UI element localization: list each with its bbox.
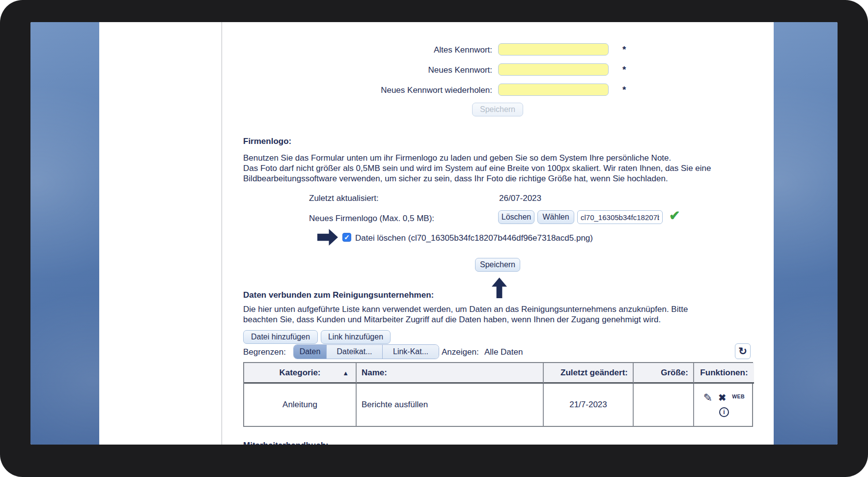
checkbox-check-icon: ✓ [344, 233, 350, 241]
logo-description-line: Benutzen Sie das Formular unten um ihr F… [243, 153, 671, 163]
required-marker: * [622, 64, 626, 75]
column-header-kategorie[interactable]: Kategorie: ▲ [244, 363, 357, 384]
old-password-label: Altes Kennwort: [227, 45, 492, 55]
employee-handbook-heading: Mitarbeiterhandbuch: [243, 440, 329, 445]
repeat-password-label: Neues Kennwort wiederholen: [227, 85, 492, 95]
cell-kategorie: Anleitung [244, 384, 357, 426]
limit-label: Begrenzen: [243, 347, 286, 357]
add-link-button[interactable]: Link hinzufügen [321, 330, 391, 344]
logo-description-line: Bildbearbeitungssoftware verwenden, um s… [243, 173, 668, 184]
column-header-name[interactable]: Name: [357, 363, 544, 384]
show-value: Alle Daten [484, 347, 523, 357]
tab-daten[interactable]: Daten [294, 345, 326, 359]
sidebar [99, 22, 222, 445]
filter-tabs: Daten Dateikat... Link-Kat... [293, 344, 439, 359]
device-frame: Altes Kennwort: * Neues Kennwort: * Neue… [0, 0, 868, 477]
new-logo-label: Neues Firmenlogo (Max. 0,5 MB): [309, 213, 434, 224]
new-password-label: Neues Kennwort: [227, 65, 492, 75]
valid-check-icon: ✔ [669, 208, 680, 224]
column-header-funktionen[interactable]: Funktionen: [694, 363, 754, 384]
cell-zuletzt-geaendert: 21/7-2023 [544, 384, 634, 426]
refresh-icon: ↻ [738, 345, 747, 357]
required-marker: * [622, 44, 626, 55]
new-password-input[interactable] [498, 63, 609, 76]
data-section-heading: Daten verbunden zum Reinigungsunternehme… [243, 290, 434, 300]
refresh-button[interactable]: ↻ [735, 343, 751, 359]
info-icon[interactable]: i [719, 407, 729, 417]
background-right-panel [774, 22, 838, 445]
logo-section-heading: Firmenlogo: [243, 136, 291, 146]
password-save-button[interactable]: Speichern [472, 103, 523, 116]
edit-icon[interactable]: ✎ [703, 393, 712, 403]
tab-link-kategorie[interactable]: Link-Kat... [382, 345, 439, 359]
background-left-panel [30, 22, 99, 445]
annotation-arrow-up-icon [492, 278, 507, 298]
cell-funktionen: ✎ ✖ WEB i [694, 384, 754, 426]
required-marker: * [622, 84, 626, 95]
column-header-zuletzt-geaendert[interactable]: Zuletzt geändert: [544, 363, 634, 384]
data-description-line: Die hier unten aufgeführte Liste kann ve… [243, 304, 688, 314]
logo-filename-input[interactable] [577, 210, 663, 224]
add-file-button[interactable]: Datei hinzufügen [243, 330, 318, 344]
screenshot-canvas: Altes Kennwort: * Neues Kennwort: * Neue… [0, 0, 868, 477]
logo-save-button[interactable]: Speichern [475, 258, 520, 272]
tab-dateikategorie[interactable]: Dateikat... [326, 345, 382, 359]
repeat-password-input[interactable] [498, 84, 609, 96]
sort-asc-icon[interactable]: ▲ [342, 369, 349, 376]
column-header-groesse[interactable]: Größe: [634, 363, 694, 384]
data-description-line: beachten Sie, dass Kunden und Mitarbeite… [243, 314, 661, 325]
web-link-label[interactable]: WEB [732, 393, 745, 399]
logo-choose-button[interactable]: Wählen [537, 210, 574, 224]
last-updated-value: 26/07-2023 [499, 193, 541, 203]
delete-file-checkbox-label: Datei löschen (cl70_16305b34fc18207b446d… [355, 233, 593, 243]
annotation-arrow-right-icon [317, 229, 338, 246]
data-table: Kategorie: ▲ Name: Zuletzt geändert: Grö… [243, 362, 753, 427]
browser-viewport: Altes Kennwort: * Neues Kennwort: * Neue… [30, 22, 838, 445]
delete-file-checkbox[interactable]: ✓ [342, 233, 351, 242]
delete-icon[interactable]: ✖ [718, 393, 726, 403]
logo-description-line: Das Foto darf nicht größer als 0,5MB sei… [243, 163, 711, 173]
old-password-input[interactable] [498, 43, 609, 56]
logo-delete-button[interactable]: Löschen [498, 210, 534, 224]
cell-groesse [634, 384, 694, 426]
last-updated-label: Zuletzt aktualisiert: [309, 193, 379, 203]
show-label: Anzeigen: [442, 347, 479, 357]
cell-name: Berichte ausfüllen [357, 384, 544, 426]
